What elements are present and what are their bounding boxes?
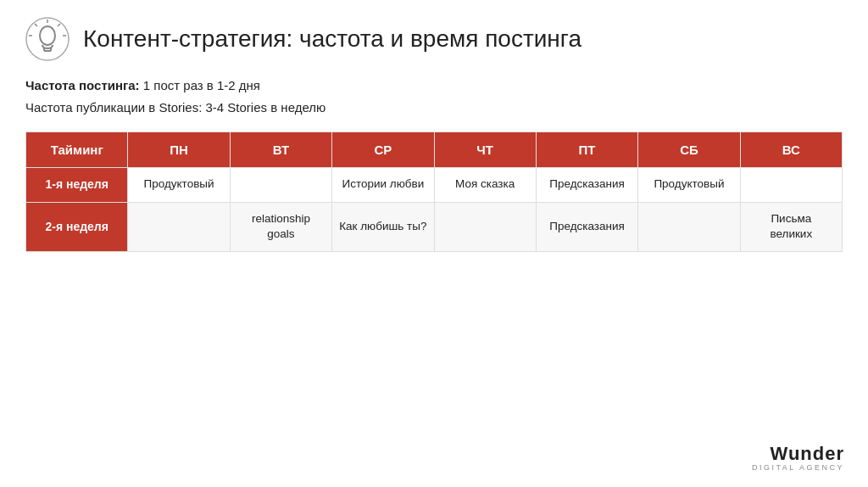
- logo-icon: [25, 17, 70, 61]
- svg-point-1: [40, 26, 55, 45]
- week2-sat: [638, 202, 740, 252]
- table-header-row: Тайминг ПН ВТ СР ЧТ ПТ СБ ВС: [26, 132, 843, 168]
- wunder-subtitle: DIGITAL AGENCY: [752, 463, 844, 472]
- week2-thu: [434, 202, 536, 252]
- frequency-label: Частота постинга:: [25, 78, 140, 92]
- col-header-fri: ПТ: [536, 132, 637, 168]
- frequency-line2: Частота публикации в Stories: 3-4 Storie…: [25, 97, 843, 119]
- week1-sun: [740, 168, 842, 203]
- table-row: 1-я неделя Продуктовый Истории любви Моя…: [26, 168, 843, 203]
- schedule-table: Тайминг ПН ВТ СР ЧТ ПТ СБ ВС 1-я неделя …: [25, 132, 843, 252]
- week2-label: 2-я неделя: [26, 202, 128, 252]
- week1-wed: Истории любви: [332, 168, 434, 203]
- week1-fri: Предсказания: [536, 168, 637, 203]
- week2-wed: Как любишь ты?: [332, 202, 434, 252]
- col-header-tue: ВТ: [230, 132, 331, 168]
- svg-point-0: [26, 18, 69, 60]
- svg-line-8: [35, 24, 37, 26]
- week1-tue: [230, 168, 331, 203]
- table-row: 2-я неделя relationshipgoals Как любишь …: [26, 202, 843, 252]
- week2-mon: [128, 202, 230, 252]
- frequency-line1: Частота постинга: 1 пост раз в 1-2 дня: [25, 75, 843, 97]
- wunder-brand-name: Wunder: [752, 445, 844, 463]
- frequency-block: Частота постинга: 1 пост раз в 1-2 дня Ч…: [25, 75, 843, 118]
- week2-fri: Предсказания: [536, 202, 637, 252]
- header: Контент-стратегия: частота и время пости…: [25, 17, 843, 61]
- wunder-logo: Wunder DIGITAL AGENCY: [752, 445, 844, 472]
- page: Контент-стратегия: частота и время пости…: [0, 0, 868, 487]
- week1-label: 1-я неделя: [26, 168, 128, 203]
- frequency-value: 1 пост раз в 1-2 дня: [140, 78, 260, 92]
- col-header-timing: Тайминг: [26, 132, 128, 168]
- week1-thu: Моя сказка: [434, 168, 536, 203]
- col-header-wed: СР: [332, 132, 434, 168]
- col-header-sat: СБ: [638, 132, 740, 168]
- week2-tue: relationshipgoals: [230, 202, 331, 252]
- svg-line-6: [58, 24, 60, 26]
- col-header-sun: ВС: [740, 132, 842, 168]
- schedule-table-wrap: Тайминг ПН ВТ СР ЧТ ПТ СБ ВС 1-я неделя …: [25, 132, 843, 470]
- col-header-mon: ПН: [128, 132, 230, 168]
- week2-sun: Письмавеликих: [740, 202, 842, 252]
- col-header-thu: ЧТ: [434, 132, 536, 168]
- page-title: Контент-стратегия: частота и время пости…: [83, 25, 581, 53]
- week1-mon: Продуктовый: [128, 168, 230, 203]
- week1-sat: Продуктовый: [638, 168, 740, 203]
